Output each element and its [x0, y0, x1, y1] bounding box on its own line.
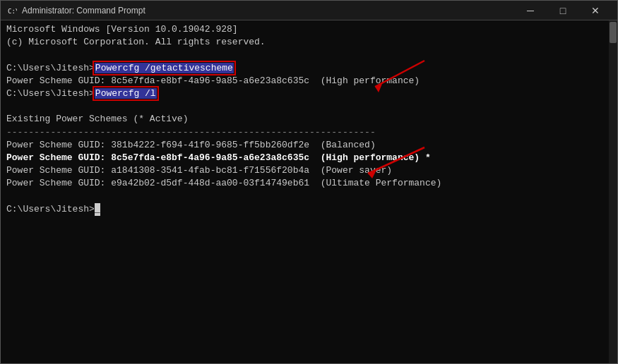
console-line: [6, 49, 612, 61]
restore-button[interactable]: □: [547, 1, 579, 20]
console-separator: ----------------------------------------…: [6, 126, 612, 139]
console-line-cmd1: C:\Users\Jitesh>Powercfg /getactiveschem…: [6, 62, 612, 75]
svg-text:C:\: C:\: [8, 8, 17, 15]
prompt1: C:\Users\Jitesh>: [6, 63, 95, 73]
console-line: (c) Microsoft Corporation. All rights re…: [6, 36, 612, 49]
console-area[interactable]: Microsoft Windows [Version 10.0.19042.92…: [1, 20, 617, 363]
window-title: Administrator: Command Prompt: [22, 6, 514, 16]
console-line-result1: Power Scheme GUID: 8c5e7fda-e8bf-4a96-9a…: [6, 75, 612, 87]
minimize-button[interactable]: ─: [514, 1, 547, 20]
scrollbar-thumb[interactable]: [610, 22, 617, 43]
console-line-highperf: Power Scheme GUID: 8c5e7fda-e8bf-4a96-9a…: [6, 152, 612, 164]
console-line-existing: Existing Power Schemes (* Active): [6, 113, 612, 126]
console-line-cmd2: C:\Users\Jitesh>Powercfg /l: [6, 87, 612, 100]
console-line: [6, 190, 612, 202]
close-button[interactable]: ✕: [579, 1, 612, 20]
console-line-powersaver: Power Scheme GUID: a1841308-3541-4fab-bc…: [6, 164, 612, 177]
console-cursor-line: C:\Users\Jitesh>_: [6, 203, 612, 216]
title-bar: C:\ Administrator: Command Prompt ─ □ ✕: [1, 1, 617, 20]
console-line: [6, 100, 612, 113]
console-line-balanced: Power Scheme GUID: 381b4222-f694-41f0-96…: [6, 139, 612, 152]
cmd-icon: C:\: [6, 5, 18, 16]
scrollbar[interactable]: [609, 20, 617, 363]
command-highlight-2: Powercfg /l: [95, 88, 157, 99]
command-highlight-1: Powercfg /getactivescheme: [95, 63, 234, 73]
window-controls: ─ □ ✕: [514, 1, 612, 20]
window: C:\ Administrator: Command Prompt ─ □ ✕ …: [0, 0, 618, 364]
prompt2: C:\Users\Jitesh>: [6, 88, 95, 99]
console-line: Microsoft Windows [Version 10.0.19042.92…: [6, 23, 612, 36]
console-line-ultimate: Power Scheme GUID: e9a42b02-d5df-448d-aa…: [6, 177, 612, 190]
